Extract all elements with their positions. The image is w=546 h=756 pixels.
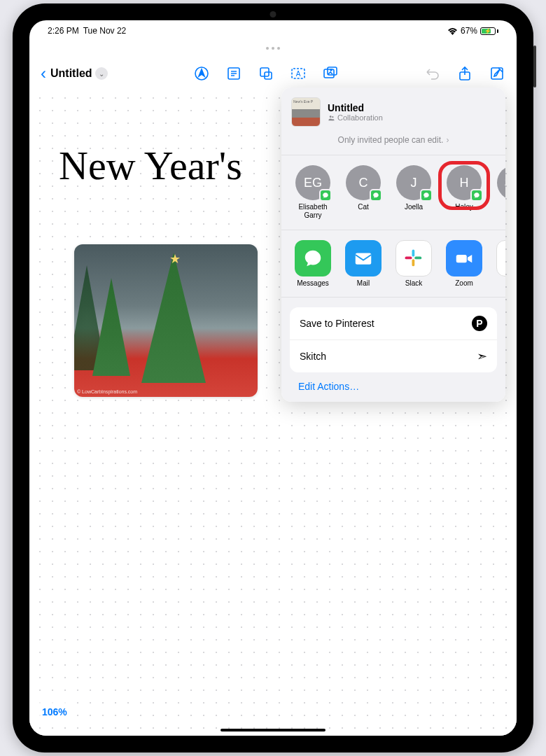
status-bar: 2:26 PM Tue Nov 22 67% ⚡ [29, 20, 517, 38]
media-tool-icon[interactable] [322, 65, 339, 82]
app-messages[interactable]: Messages [291, 240, 335, 287]
action-label: Skitch [300, 351, 326, 362]
share-icon[interactable] [456, 65, 473, 82]
messages-badge-icon [370, 189, 382, 202]
handwriting-text[interactable]: New Year's [59, 142, 242, 189]
share-title: Untitled [328, 102, 383, 113]
contact-elisabeth-garry[interactable]: EG Elisabeth Garry [291, 165, 335, 220]
status-time: 2:26 PM [48, 26, 79, 36]
svg-text:A: A [295, 70, 300, 78]
front-camera [270, 11, 276, 18]
home-indicator[interactable] [220, 729, 326, 732]
avatar: J [396, 165, 431, 200]
textbox-tool-icon[interactable]: A [290, 65, 307, 82]
messages-badge-icon [319, 189, 332, 202]
avatar: C [346, 165, 381, 200]
avatar: SIS [497, 165, 505, 200]
zoom-icon [446, 240, 482, 276]
pen-tool-icon[interactable] [193, 65, 210, 82]
app-name: Mail [357, 279, 370, 287]
mail-icon [345, 240, 382, 276]
app-zoom[interactable]: Zoom [442, 240, 486, 287]
share-thumbnail: New's Eve P [291, 97, 321, 127]
action-skitch[interactable]: Skitch➣ [290, 340, 497, 372]
contact-joella[interactable]: J Joella [392, 165, 435, 220]
slack-icon [396, 240, 432, 276]
battery-icon: ⚡ [480, 27, 498, 35]
svg-rect-16 [356, 253, 372, 265]
app-name: Zoom [455, 279, 473, 287]
note-tool-icon[interactable] [225, 65, 242, 82]
pinterest-icon: P [472, 316, 487, 331]
chevron-down-icon: ⌄ [95, 67, 108, 80]
zoom-indicator[interactable]: 106% [34, 702, 76, 722]
contact-name: Joella [405, 203, 423, 211]
edit-actions-button[interactable]: Edit Actions… [281, 372, 505, 395]
action-save-to-pinterest[interactable]: Save to PinterestP [290, 307, 497, 340]
contact-sis[interactable]: SIS SIS2 [493, 165, 505, 220]
action-list: Save to PinterestPSkitch➣ [290, 307, 497, 372]
messages-icon [295, 240, 331, 276]
multitask-dots-icon[interactable] [266, 47, 280, 50]
status-date: Tue Nov 22 [83, 26, 127, 36]
image-block[interactable]: ★ © LowCarbInspirations.com [74, 244, 258, 397]
skitch-icon: ➣ [477, 349, 487, 364]
battery-percent: 67% [461, 26, 477, 36]
svg-point-15 [332, 115, 333, 117]
messages-badge-icon [470, 189, 483, 202]
contact-cat[interactable]: C Cat [342, 165, 385, 220]
app-c[interactable]: C [493, 240, 505, 287]
app-name: Messages [297, 279, 329, 287]
document-title: Untitled [50, 67, 92, 80]
share-sheet: New's Eve P Untitled Collaboration Only … [281, 88, 505, 402]
wifi-icon [447, 27, 458, 35]
app-mail[interactable]: Mail [342, 240, 385, 287]
compose-icon[interactable] [489, 65, 505, 82]
ipad-frame: 2:26 PM Tue Nov 22 67% ⚡ ‹ Untitled ⌄ [13, 4, 533, 752]
image-watermark: © LowCarbInspirations.com [77, 389, 137, 394]
avatar: H [447, 165, 482, 200]
undo-icon[interactable] [424, 65, 441, 82]
contact-name: Haley [455, 203, 473, 211]
contacts-row: EG Elisabeth Garry C Cat J Joella H Hale… [281, 155, 505, 230]
contact-name: Cat [358, 203, 369, 211]
messages-badge-icon [420, 189, 433, 202]
action-label: Save to Pinterest [300, 318, 374, 329]
toolbar: ‹ Untitled ⌄ A [29, 59, 517, 88]
contact-name: Elisabeth Garry [291, 203, 335, 220]
app-slack[interactable]: Slack [392, 240, 435, 287]
avatar: EG [295, 165, 330, 200]
apps-row: Messages Mail Slack Zoom C [281, 230, 505, 298]
c-icon [496, 240, 505, 276]
share-permission[interactable]: Only invited people can edit. [281, 130, 505, 155]
svg-point-14 [330, 115, 332, 118]
back-button[interactable]: ‹ [41, 64, 46, 83]
svg-rect-18 [414, 257, 421, 260]
app-name: Slack [405, 279, 422, 287]
svg-rect-21 [456, 255, 467, 262]
svg-point-11 [330, 69, 332, 71]
shapes-tool-icon[interactable] [258, 65, 274, 82]
svg-rect-20 [405, 257, 412, 260]
svg-rect-19 [412, 259, 415, 266]
document-title-button[interactable]: Untitled ⌄ [50, 67, 108, 80]
contact-haley[interactable]: H Haley [442, 165, 486, 220]
screen: 2:26 PM Tue Nov 22 67% ⚡ ‹ Untitled ⌄ [29, 20, 517, 736]
power-button [533, 46, 536, 88]
svg-rect-17 [412, 250, 415, 257]
share-subtitle: Collaboration [328, 113, 383, 122]
